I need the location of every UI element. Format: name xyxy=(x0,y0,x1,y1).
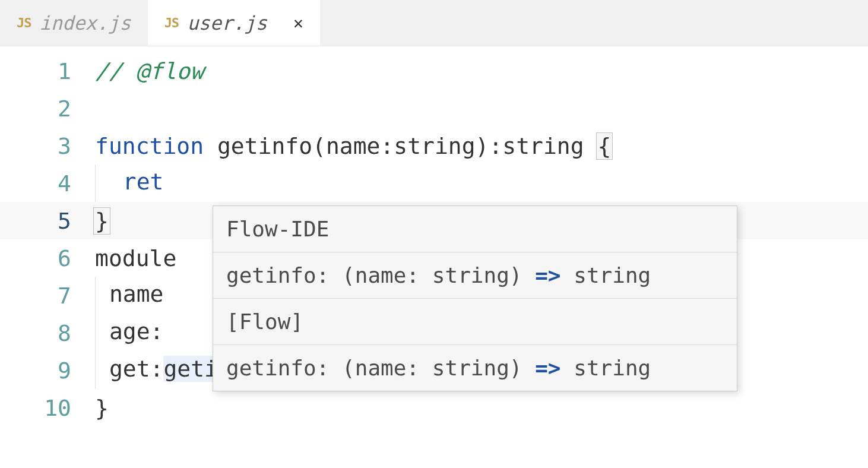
tab-user-js[interactable]: JS user.js ✕ xyxy=(148,0,320,46)
line-content[interactable]: name xyxy=(95,277,163,314)
arrow-token: => xyxy=(535,263,560,287)
close-icon[interactable]: ✕ xyxy=(293,13,303,33)
indent-guide xyxy=(95,314,96,352)
type-hint-tooltip: Flow-IDE getinfo: (name: string) => stri… xyxy=(213,205,737,391)
text-token: get: xyxy=(109,356,164,382)
text-token: } xyxy=(95,395,109,421)
line-number: 1 xyxy=(0,58,95,84)
js-file-icon: JS xyxy=(17,15,31,30)
tab-index-js[interactable]: JS index.js xyxy=(0,0,148,46)
code-line[interactable]: 2 xyxy=(0,90,868,127)
line-content[interactable]: age: xyxy=(95,314,163,352)
line-number: 7 xyxy=(0,283,95,309)
indent-guide xyxy=(95,165,96,202)
indent-guide xyxy=(95,277,96,314)
code-line[interactable]: 3 function getinfo(name:string):string { xyxy=(0,127,868,165)
js-file-icon: JS xyxy=(164,15,179,30)
line-number: 9 xyxy=(0,358,95,384)
comment-token: // @flow xyxy=(95,58,204,84)
text-token: age: xyxy=(109,318,164,344)
tab-label: user.js xyxy=(187,12,267,34)
sig-text: getinfo: (name: string) xyxy=(226,263,535,287)
sig-text: string xyxy=(561,263,651,287)
code-editor[interactable]: 1 // @flow 2 3 function getinfo(name:str… xyxy=(0,46,868,426)
line-number: 10 xyxy=(0,395,95,421)
sig-text: getinfo: (name: string) xyxy=(226,356,535,380)
code-line[interactable]: 1 // @flow xyxy=(0,52,868,90)
line-number: 6 xyxy=(0,245,95,271)
code-line[interactable]: 4 ret xyxy=(0,165,868,202)
line-content[interactable]: module xyxy=(95,245,176,271)
brace-match-highlight: { xyxy=(596,132,613,160)
line-content[interactable]: function getinfo(name:string):string { xyxy=(95,132,611,160)
tab-label: index.js xyxy=(40,12,131,34)
sig-text: string xyxy=(561,356,651,380)
line-content[interactable]: // @flow xyxy=(95,58,204,84)
keyword-token: ret xyxy=(123,169,164,195)
text-token: module xyxy=(95,245,176,271)
tooltip-provider-header: [Flow] xyxy=(213,299,737,345)
text-token: getinfo(name:string):string xyxy=(204,133,597,159)
text-token: name xyxy=(109,281,164,307)
tab-bar: JS index.js JS user.js ✕ xyxy=(0,0,868,46)
indent-guide xyxy=(95,352,96,389)
code-line[interactable]: 10 } xyxy=(0,389,868,426)
line-number: 2 xyxy=(0,96,95,122)
line-content[interactable]: } xyxy=(95,207,109,235)
line-number: 4 xyxy=(0,170,95,197)
line-number: 8 xyxy=(0,320,95,346)
brace-match-highlight: } xyxy=(93,207,110,235)
arrow-token: => xyxy=(535,356,560,380)
tooltip-signature: getinfo: (name: string) => string xyxy=(213,345,737,391)
line-content[interactable]: } xyxy=(95,395,109,421)
keyword-token: function xyxy=(95,133,204,159)
line-number: 3 xyxy=(0,133,95,159)
tooltip-signature: getinfo: (name: string) => string xyxy=(213,252,737,299)
line-number: 5 xyxy=(0,208,95,234)
line-content[interactable]: ret xyxy=(95,165,163,202)
tooltip-provider-header: Flow-IDE xyxy=(213,206,737,252)
